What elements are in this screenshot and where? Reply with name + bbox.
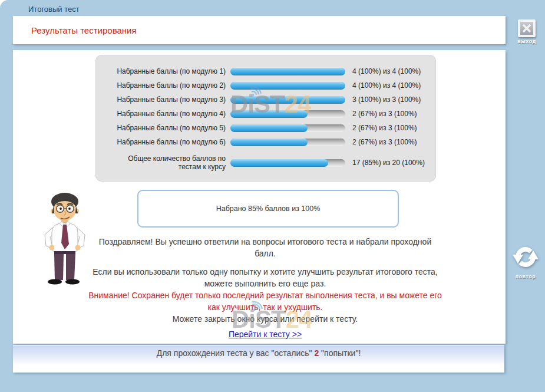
progress-bar-fill: [230, 110, 308, 118]
results-progress-panel: Набранные баллы (по модулю 1)4 (100%) из…: [95, 55, 436, 182]
result-row: Общее количество баллов по тестам к курс…: [105, 150, 435, 175]
results-header-panel: Результаты тестирования: [13, 16, 506, 44]
result-row-label: Набранные баллы (по модулю 6): [105, 138, 226, 146]
result-row-label: Набранные баллы (по модулю 1): [105, 67, 226, 75]
progress-bar-fill: [230, 68, 345, 75]
app-window: Итоговый тест Результаты тестирования вы…: [0, 0, 545, 392]
score-summary-text: Набрано 85% баллов из 100%: [216, 205, 321, 213]
go-to-test-link-row: Перейти к тесту >>: [88, 329, 442, 340]
result-row-value: 2 (67%) из 3 (100%): [352, 138, 417, 146]
result-row-value: 4 (100%) из 4 (100%): [352, 81, 421, 90]
result-row-label: Набранные баллы (по модулю 5): [105, 124, 226, 132]
close-icon[interactable]: [520, 22, 533, 35]
result-row-label: Набранные баллы (по модулю 2): [105, 81, 226, 90]
result-row: Набранные баллы (по модулю 5)2 (67%) из …: [105, 121, 435, 135]
warning-text: Внимание! Сохранен будет только последни…: [88, 289, 442, 313]
result-row-label: Набранные баллы (по модулю 4): [105, 110, 226, 118]
progress-bar-fill: [230, 139, 308, 146]
progress-bar-track: [230, 139, 345, 146]
results-rows: Набранные баллы (по модулю 1)4 (100%) из…: [105, 64, 435, 175]
attempts-text-suffix: "попытки"!: [319, 348, 361, 358]
progress-bar-track: [230, 110, 345, 118]
congratulation-text: Поздравляем! Вы успешно ответили на вопр…: [88, 236, 442, 259]
progress-bar-track: [230, 96, 345, 104]
attempts-footer-bar: Для прохождения теста у вас "остались" 2…: [13, 345, 504, 373]
result-row: Набранные баллы (по модулю 4)2 (67%) из …: [105, 107, 435, 121]
result-row: Набранные баллы (по модулю 1)4 (100%) из…: [105, 64, 435, 78]
progress-bar-track: [230, 68, 345, 75]
progress-bar-fill: [230, 159, 328, 167]
exit-button-label: выход: [513, 38, 541, 44]
result-row-value: 3 (100%) из 3 (100%): [352, 95, 421, 104]
attempts-text-prefix: Для прохождения теста у вас "остались": [157, 348, 315, 358]
progress-bar-fill: [230, 96, 345, 104]
retry-info-text: Если вы использовали только одну попытку…: [88, 266, 442, 289]
result-row-value: 17 (85%) из 20 (100%): [352, 159, 425, 167]
progress-bar-fill: [230, 124, 308, 132]
result-row-label: Набранные баллы (по модулю 3): [105, 95, 226, 104]
window-title: Итоговый тест: [28, 5, 80, 14]
exit-button-frame[interactable]: [518, 19, 536, 37]
repeat-button[interactable]: повтор: [509, 244, 542, 279]
result-row: Набранные баллы (по модулю 2)4 (100%) из…: [105, 78, 435, 93]
page-title: Результаты тестирования: [31, 25, 137, 35]
close-or-retry-text: Можете закрыть окно курса или перейти к …: [88, 313, 442, 325]
result-row-value: 2 (67%) из 3 (100%): [352, 110, 417, 118]
refresh-icon[interactable]: [513, 244, 539, 270]
result-row-label: Общее количество баллов по тестам к курс…: [105, 154, 226, 171]
go-to-test-link[interactable]: Перейти к тесту >>: [229, 330, 302, 339]
progress-bar-fill: [230, 82, 345, 90]
result-row: Набранные баллы (по модулю 3)3 (100%) из…: [105, 93, 435, 107]
result-row-value: 4 (100%) из 4 (100%): [352, 67, 421, 75]
main-content-panel: Набранные баллы (по модулю 1)4 (100%) из…: [13, 50, 506, 344]
result-row-value: 2 (67%) из 3 (100%): [352, 124, 417, 132]
result-messages: Поздравляем! Вы успешно ответили на вопр…: [88, 236, 442, 325]
result-row: Набранные баллы (по модулю 6)2 (67%) из …: [105, 135, 435, 149]
exit-button[interactable]: выход: [513, 19, 541, 44]
progress-bar-track: [230, 82, 345, 90]
progress-bar-track: [230, 159, 345, 167]
progress-bar-track: [230, 124, 345, 132]
repeat-button-label: повтор: [509, 274, 542, 279]
score-summary-box: Набрано 85% баллов из 100%: [137, 190, 399, 228]
